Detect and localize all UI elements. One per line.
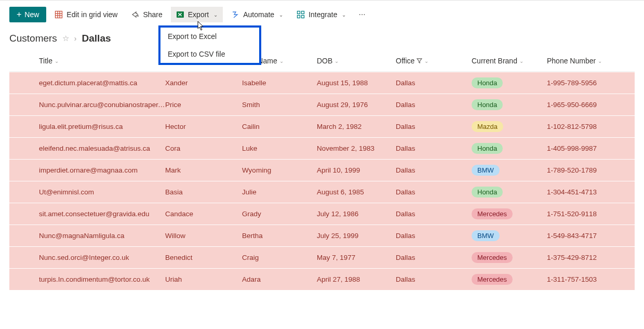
cell-first-name: Basia <box>165 188 242 196</box>
cell-brand: BMW <box>472 165 547 176</box>
favorite-star-icon[interactable]: ☆ <box>62 34 69 43</box>
cell-dob: July 12, 1986 <box>317 210 396 218</box>
cell-last-name: Smith <box>242 101 317 109</box>
table-row[interactable]: eleifend.nec.malesuada@atrisus.caCoraLuk… <box>9 137 635 159</box>
cell-phone: 1-789-520-1789 <box>547 166 635 174</box>
cell-office: Dallas <box>396 123 472 130</box>
column-header-dob[interactable]: DOB ⌄ <box>317 57 396 65</box>
chevron-down-icon: ⌄ <box>55 58 59 64</box>
more-actions-button[interactable]: ··· <box>354 10 369 19</box>
cell-first-name: Willow <box>165 232 242 240</box>
export-to-excel-item[interactable]: Export to Excel <box>160 28 259 45</box>
table-row[interactable]: Ut@enimnisl.comBasiaJulieAugust 6, 1985D… <box>9 181 635 203</box>
chevron-down-icon: ⌄ <box>279 12 283 18</box>
breadcrumb-separator-icon: › <box>74 34 77 43</box>
grid-icon <box>55 10 63 19</box>
cell-first-name: Uriah <box>165 275 242 283</box>
cell-brand: Honda <box>472 99 547 110</box>
cell-title[interactable]: Nunc.sed.orci@Integer.co.uk <box>9 254 165 261</box>
column-label: Phone Number <box>547 57 596 65</box>
cell-title[interactable]: eleifend.nec.malesuada@atrisus.ca <box>9 144 165 152</box>
cell-phone: 1-102-812-5798 <box>547 123 635 130</box>
integrate-icon <box>297 10 305 19</box>
integrate-button[interactable]: Integrate ⌄ <box>291 7 351 22</box>
cell-last-name: Cailin <box>242 123 317 130</box>
excel-icon <box>176 10 184 19</box>
cell-dob: May 7, 1977 <box>317 254 396 261</box>
cell-first-name: Benedict <box>165 254 242 261</box>
cell-brand: BMW <box>472 230 547 241</box>
brand-pill: Mazda <box>472 121 503 132</box>
table-row[interactable]: imperdiet.ornare@magnaa.comMarkWyomingAp… <box>9 159 635 181</box>
cell-dob: April 10, 1999 <box>317 166 396 174</box>
column-header-office[interactable]: Office ⌄ <box>396 57 472 65</box>
cell-first-name: Cora <box>165 144 242 152</box>
cell-brand: Mercedes <box>472 252 547 263</box>
cell-title[interactable]: Ut@enimnisl.com <box>9 188 165 196</box>
new-button[interactable]: + New <box>9 7 46 22</box>
export-to-csv-item[interactable]: Export to CSV file <box>160 45 259 63</box>
cell-title[interactable]: Nunc.pulvinar.arcu@conubianostraper.edu <box>9 101 165 109</box>
table-row[interactable]: eget.dictum.placerat@mattis.caXanderIsab… <box>9 72 635 94</box>
svg-rect-6 <box>298 11 300 14</box>
cell-dob: August 6, 1985 <box>317 188 396 196</box>
table-row[interactable]: Nunc.sed.orci@Integer.co.ukBenedictCraig… <box>9 246 635 268</box>
cell-title[interactable]: Nunc@magnaNamligula.ca <box>9 232 165 240</box>
table-row[interactable]: ligula.elit.pretium@risus.caHectorCailin… <box>9 115 635 137</box>
cell-first-name: Xander <box>165 79 242 87</box>
export-button[interactable]: Export ⌄ <box>171 7 223 22</box>
export-dropdown: Export to Excel Export to CSV file <box>158 25 261 65</box>
cell-last-name: Julie <box>242 188 317 196</box>
brand-pill: Mercedes <box>472 274 513 285</box>
new-button-label: New <box>24 10 39 19</box>
cell-office: Dallas <box>396 166 472 174</box>
cell-phone: 1-751-520-9118 <box>547 210 635 218</box>
edit-in-grid-button[interactable]: Edit in grid view <box>49 7 123 22</box>
cell-phone: 1-304-451-4713 <box>547 188 635 196</box>
cell-last-name: Luke <box>242 144 317 152</box>
share-button[interactable]: Share <box>126 7 167 22</box>
cell-last-name: Craig <box>242 254 317 261</box>
cell-phone: 1-965-950-6669 <box>547 101 635 109</box>
svg-rect-8 <box>298 16 300 18</box>
brand-pill: BMW <box>472 230 500 241</box>
cell-dob: July 25, 1999 <box>317 232 396 240</box>
column-header-current-brand[interactable]: Current Brand ⌄ <box>472 57 547 65</box>
cell-dob: August 29, 1976 <box>317 101 396 109</box>
chevron-down-icon: ⌄ <box>279 58 284 64</box>
cell-title[interactable]: sit.amet.consectetuer@gravida.edu <box>9 210 165 218</box>
cell-first-name: Price <box>165 101 242 109</box>
brand-pill: Honda <box>472 99 503 110</box>
list-title[interactable]: Customers <box>9 33 57 44</box>
chevron-down-icon: ⌄ <box>424 58 428 64</box>
cell-title[interactable]: imperdiet.ornare@magnaa.com <box>9 166 165 174</box>
table-row[interactable]: turpis.In.condimentum@tortor.co.ukUriahA… <box>9 268 635 290</box>
brand-pill: Honda <box>472 77 503 88</box>
chevron-down-icon: ⌄ <box>598 58 602 64</box>
table-row[interactable]: Nunc.pulvinar.arcu@conubianostraper.eduP… <box>9 94 635 115</box>
data-grid: Title ⌄ First Name ⌄ Last Name ⌄ DOB ⌄ O… <box>0 51 644 290</box>
cell-title[interactable]: eget.dictum.placerat@mattis.ca <box>9 79 165 87</box>
cell-title[interactable]: turpis.In.condimentum@tortor.co.uk <box>9 275 165 283</box>
chevron-down-icon: ⌄ <box>213 12 218 18</box>
share-icon <box>131 10 139 19</box>
cell-last-name: Bertha <box>242 232 317 240</box>
chevron-down-icon: ⌄ <box>519 58 524 64</box>
cell-dob: March 2, 1982 <box>317 123 396 130</box>
breadcrumb: Customers ☆ › Dallas <box>0 29 644 51</box>
automate-label: Automate <box>243 10 274 19</box>
chevron-down-icon: ⌄ <box>342 12 346 18</box>
plus-icon: + <box>17 10 21 19</box>
table-row[interactable]: Nunc@magnaNamligula.caWillowBerthaJuly 2… <box>9 225 635 246</box>
column-header-phone[interactable]: Phone Number ⌄ <box>547 57 635 65</box>
column-header-title[interactable]: Title ⌄ <box>9 57 165 65</box>
edit-in-grid-label: Edit in grid view <box>66 10 117 19</box>
cell-brand: Honda <box>472 187 547 198</box>
cell-last-name: Adara <box>242 275 317 283</box>
cell-phone: 1-995-789-5956 <box>547 79 635 87</box>
cell-title[interactable]: ligula.elit.pretium@risus.ca <box>9 123 165 130</box>
automate-button[interactable]: Automate ⌄ <box>226 7 288 22</box>
svg-rect-7 <box>302 11 304 14</box>
cell-office: Dallas <box>396 79 472 87</box>
table-row[interactable]: sit.amet.consectetuer@gravida.eduCandace… <box>9 203 635 225</box>
